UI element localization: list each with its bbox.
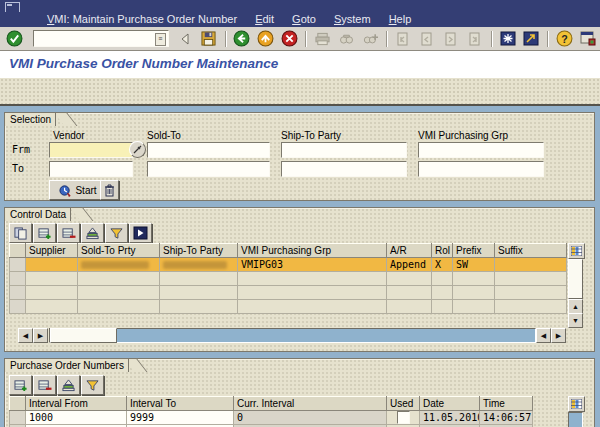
sort-button[interactable]	[81, 223, 104, 243]
col-vmi-purchasing-grp[interactable]: VMI Purchasing Grp	[238, 244, 387, 258]
vmi-grp-from-field[interactable]	[418, 142, 544, 158]
menu-system[interactable]: System	[325, 12, 380, 27]
save-button[interactable]	[198, 28, 220, 49]
cancel-button[interactable]	[278, 28, 300, 49]
customize-layout-button[interactable]	[577, 28, 599, 49]
vendor-to-field[interactable]	[49, 161, 133, 177]
col-suffix[interactable]: Suffix	[495, 244, 567, 258]
scroll-page-left-button[interactable]: ◀	[18, 328, 33, 343]
sold-to-to-field[interactable]	[147, 161, 270, 177]
col-interval-to[interactable]: Interval To	[127, 397, 234, 411]
col-sold-to-prty[interactable]: Sold-To Prty	[78, 244, 160, 258]
cell-interval-from[interactable]: 1000	[26, 411, 127, 425]
cell-rol[interactable]: X	[432, 258, 453, 272]
vendor-search-help-button[interactable]	[129, 141, 146, 158]
scroll-right-button[interactable]: ▶	[551, 328, 566, 343]
cell-sold-to-prty-redacted[interactable]	[78, 258, 160, 272]
execute-icon	[59, 184, 72, 197]
col-time[interactable]: Time	[480, 397, 533, 411]
back-button[interactable]	[231, 28, 253, 49]
hide-command-field-button[interactable]	[174, 28, 196, 49]
cell-vmi-purchasing-grp[interactable]: VMIPG03	[238, 258, 387, 272]
back-icon	[233, 30, 250, 47]
menu-app[interactable]: VMI: Maintain Purchase Order Number	[38, 12, 246, 27]
insert-row-button[interactable]	[33, 223, 56, 243]
cell-ar[interactable]: Append	[387, 258, 432, 272]
cell-prefix[interactable]: SW	[453, 258, 495, 272]
vertical-scrollbar-thumb[interactable]	[568, 259, 583, 299]
cell-interval-to[interactable]: 9999	[127, 411, 234, 425]
find-next-button[interactable]	[359, 28, 381, 49]
col-used[interactable]: Used	[387, 397, 420, 411]
page-title: VMI Purchase Order Number Maintenance	[9, 56, 278, 71]
vendor-from-field[interactable]	[49, 142, 133, 158]
row-selector[interactable]	[10, 411, 26, 425]
next-page-button[interactable]	[440, 28, 462, 49]
enter-button[interactable]	[4, 28, 26, 49]
create-shortcut-button[interactable]	[520, 28, 542, 49]
control-data-groupbox: Control Data Supplier Sold-To Prty Ship-…	[4, 207, 595, 352]
ship-to-to-field[interactable]	[281, 161, 407, 177]
filter-button[interactable]	[105, 223, 128, 243]
col-date[interactable]: Date	[420, 397, 480, 411]
used-checkbox[interactable]	[397, 411, 410, 424]
po-insert-row-button[interactable]	[9, 375, 32, 395]
vmi-grp-column-label: VMI Purchasing Grp	[418, 130, 508, 141]
command-field[interactable]	[33, 30, 169, 47]
col-ship-to-party[interactable]: Ship-To Party	[160, 244, 238, 258]
col-interval-from[interactable]: Interval From	[26, 397, 127, 411]
start-button[interactable]: Start	[49, 180, 107, 200]
sold-to-from-field[interactable]	[147, 142, 270, 158]
delete-selection-button[interactable]	[100, 180, 119, 200]
first-page-button[interactable]	[392, 28, 414, 49]
selection-tab: Selection	[4, 112, 56, 126]
cell-used	[387, 411, 420, 425]
menu-goto[interactable]: Goto	[283, 12, 325, 27]
scroll-up-button[interactable]: ▲	[568, 299, 583, 314]
scroll-left-button[interactable]: ◀	[536, 328, 551, 343]
delete-row-button[interactable]	[57, 223, 80, 243]
po-delete-row-button[interactable]	[33, 375, 56, 395]
horizontal-scrollbar-thumb[interactable]	[50, 328, 117, 343]
select-all-cell[interactable]	[10, 244, 26, 258]
scroll-down-button[interactable]: ▼	[568, 313, 583, 328]
scroll-page-right-button[interactable]: ▶	[33, 328, 48, 343]
cell-ship-to-party-redacted[interactable]	[160, 258, 238, 272]
find-button[interactable]	[335, 28, 357, 49]
last-page-button[interactable]	[464, 28, 486, 49]
help-button[interactable]: ?	[553, 28, 575, 49]
exit-button[interactable]	[255, 28, 277, 49]
row-selector[interactable]	[10, 272, 26, 286]
po-table-settings-button[interactable]	[568, 396, 585, 412]
previous-page-button[interactable]	[416, 28, 438, 49]
cell-suffix[interactable]	[495, 258, 567, 272]
cell-supplier[interactable]	[26, 258, 78, 272]
horizontal-scrollbar-track[interactable]	[49, 328, 536, 343]
insert-row-icon	[38, 227, 52, 240]
row-selector[interactable]	[10, 300, 26, 314]
command-history-icon[interactable]: ≡	[155, 33, 166, 46]
row-selector[interactable]	[10, 286, 26, 300]
detail-button[interactable]	[129, 223, 152, 243]
po-vertical-scrollbar[interactable]	[568, 412, 583, 427]
control-data-header-row: Supplier Sold-To Prty Ship-To Party VMI …	[10, 244, 567, 258]
exit-icon	[257, 30, 274, 47]
menu-edit[interactable]: Edit	[246, 12, 283, 27]
col-curr-interval[interactable]: Curr. Interval	[234, 397, 387, 411]
table-settings-button[interactable]	[568, 243, 585, 259]
po-filter-button[interactable]	[81, 375, 104, 395]
copy-rows-button[interactable]	[9, 223, 32, 243]
vmi-grp-to-field[interactable]	[418, 161, 544, 177]
print-button[interactable]	[311, 28, 333, 49]
po-sort-button[interactable]	[57, 375, 80, 395]
col-supplier[interactable]: Supplier	[26, 244, 78, 258]
first-page-icon	[396, 32, 409, 46]
new-session-button[interactable]	[497, 28, 519, 49]
menu-help[interactable]: Help	[380, 12, 421, 27]
col-rol[interactable]: Rol	[432, 244, 453, 258]
select-all-cell[interactable]	[10, 397, 26, 411]
ship-to-from-field[interactable]	[281, 142, 407, 158]
row-selector[interactable]	[10, 258, 26, 272]
col-ar[interactable]: A/R	[387, 244, 432, 258]
col-prefix[interactable]: Prefix	[453, 244, 495, 258]
